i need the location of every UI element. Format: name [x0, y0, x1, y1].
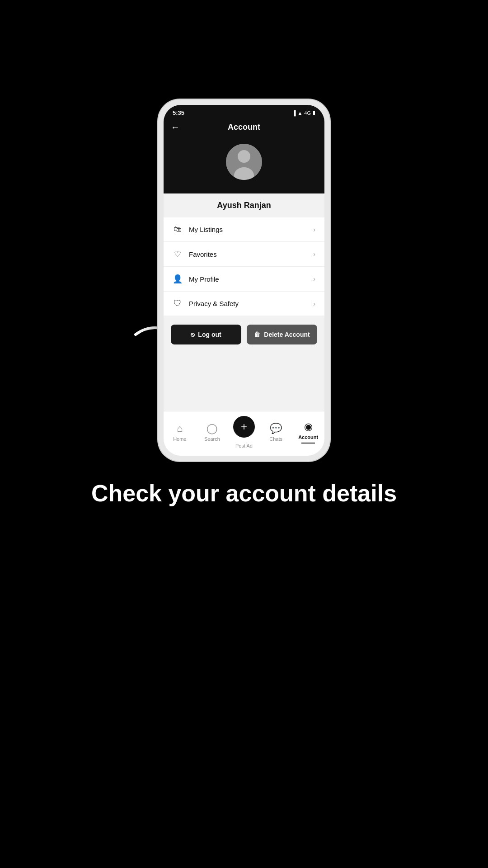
phone-device: 5:35 ▐ ▲ 4G ▮ ← Account — [158, 99, 330, 461]
favorites-label: Favorites — [189, 250, 217, 258]
page-title: Account — [228, 123, 260, 132]
page-header: ← Account — [164, 119, 324, 139]
avatar-section — [164, 139, 324, 193]
nav-item-home[interactable]: ⌂ Home — [169, 423, 191, 442]
profile-icon: 👤 — [173, 274, 183, 284]
plus-icon: + — [241, 420, 247, 433]
battery-icon: ▮ — [313, 110, 315, 116]
back-button[interactable]: ← — [171, 122, 180, 132]
content-spacer — [164, 354, 324, 411]
delete-label: Delete Account — [264, 331, 310, 338]
user-name: Ayush Ranjan — [164, 193, 324, 216]
logout-label: Log out — [198, 331, 221, 338]
signal-icon: ▐ — [292, 110, 296, 116]
account-label: Account — [298, 434, 318, 440]
status-bar: 5:35 ▐ ▲ 4G ▮ — [164, 105, 324, 119]
chevron-icon: › — [313, 250, 315, 258]
delete-account-button[interactable]: 🗑 Delete Account — [247, 325, 317, 344]
chevron-icon: › — [313, 226, 315, 233]
content-area: Ayush Ranjan 🛍 My Listings › ♡ Favorit — [164, 193, 324, 456]
account-underline — [301, 443, 315, 443]
logout-button[interactable]: ⎋ Log out — [171, 325, 241, 344]
delete-icon: 🗑 — [254, 331, 260, 338]
menu-item-favorites[interactable]: ♡ Favorites › — [164, 242, 324, 267]
nav-item-account[interactable]: ◉ Account — [297, 421, 319, 443]
nav-item-search[interactable]: ◯ Search — [201, 423, 223, 442]
privacy-icon: 🛡 — [173, 299, 183, 308]
menu-item-my-listings[interactable]: 🛍 My Listings › — [164, 217, 324, 242]
phone-screen: 5:35 ▐ ▲ 4G ▮ ← Account — [164, 105, 324, 456]
home-icon: ⌂ — [177, 423, 183, 434]
nav-item-post-ad[interactable]: + Post Ad — [233, 416, 255, 448]
chevron-icon: › — [313, 300, 315, 307]
phone-wrapper: 5:35 ▐ ▲ 4G ▮ ← Account — [158, 99, 330, 461]
back-icon: ← — [171, 122, 180, 132]
home-label: Home — [173, 436, 186, 442]
chats-label: Chats — [269, 436, 282, 442]
listings-icon: 🛍 — [173, 225, 183, 234]
menu-item-privacy-safety[interactable]: 🛡 Privacy & Safety › — [164, 292, 324, 316]
svg-point-2 — [238, 150, 250, 163]
bottom-nav: ⌂ Home ◯ Search + Post Ad 💬 — [164, 411, 324, 456]
avatar — [226, 144, 262, 180]
wifi-icon: ▲ — [297, 110, 302, 116]
listings-label: My Listings — [189, 226, 223, 233]
bottom-text: Check your account details — [64, 479, 424, 507]
post-ad-label: Post Ad — [235, 443, 253, 448]
my-profile-label: My Profile — [189, 275, 219, 283]
menu-item-my-profile[interactable]: 👤 My Profile › — [164, 267, 324, 292]
chevron-icon: › — [313, 275, 315, 283]
favorites-icon: ♡ — [173, 249, 183, 259]
account-icon: ◉ — [304, 421, 313, 433]
action-buttons: ⎋ Log out 🗑 Delete Account — [164, 316, 324, 354]
search-icon: ◯ — [206, 423, 218, 434]
status-icons: ▐ ▲ 4G ▮ — [292, 110, 315, 116]
logout-icon: ⎋ — [191, 331, 194, 338]
lte-icon: 4G — [304, 110, 311, 116]
status-time: 5:35 — [173, 109, 184, 116]
privacy-safety-label: Privacy & Safety — [189, 300, 239, 307]
post-ad-button[interactable]: + — [233, 416, 255, 438]
menu-list: 🛍 My Listings › ♡ Favorites › — [164, 217, 324, 316]
nav-item-chats[interactable]: 💬 Chats — [265, 423, 287, 442]
chats-icon: 💬 — [270, 423, 282, 434]
search-label: Search — [204, 436, 220, 442]
